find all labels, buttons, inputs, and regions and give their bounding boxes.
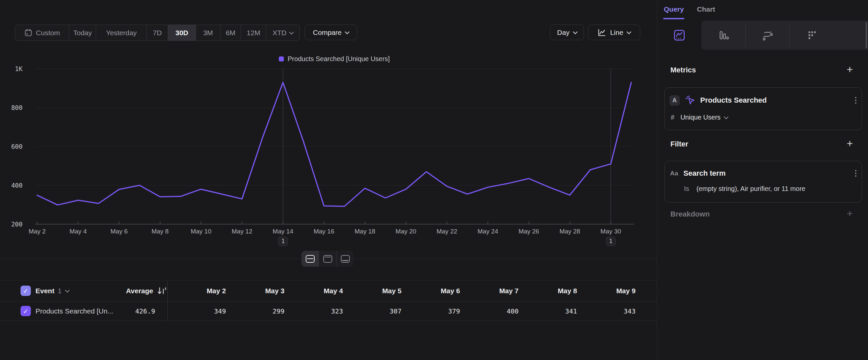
svg-text:1: 1 [281,238,284,244]
value-cell: 379 [402,302,460,321]
svg-text:May 8: May 8 [152,228,169,235]
row-average-value: 426.9 [83,302,155,321]
add-metric-button[interactable]: + [844,64,856,75]
filter-heading: Filter [671,140,688,148]
legend-label: Products Searched [Unique Users] [288,55,390,63]
column-header: May 5 [343,281,402,301]
chart-type-tab-bar[interactable] [701,21,745,50]
split-view-icon [306,255,315,263]
svg-text:May 30: May 30 [600,228,621,235]
column-header: May 6 [402,281,460,301]
add-filter-button[interactable]: + [844,138,856,149]
chart-type-tab-more[interactable] [789,21,834,50]
chevron-down-icon [289,30,294,34]
event-count: 1 [58,287,62,295]
filter-property-name: Search term [683,169,850,178]
svg-text:400: 400 [11,182,23,189]
chart-type-dropdown[interactable]: Line [588,25,640,40]
column-header: May 2 [167,281,226,301]
calendar-icon [24,29,32,37]
metric-name: Products Searched [700,96,850,105]
event-header[interactable]: Event 1 [35,281,69,301]
query-sidebar: Query Chart [657,0,868,360]
table-bottom-border [0,321,657,321]
column-header: May 3 [226,281,285,301]
metrics-heading: Metrics [671,66,696,74]
range-custom-button[interactable]: Custom [15,25,69,40]
filter-menu-button[interactable] [855,170,857,177]
svg-text:May 18: May 18 [355,228,375,235]
view-toggle [301,251,354,267]
chevron-down-icon [573,29,578,34]
range-today-button[interactable]: Today [69,25,96,40]
chevron-down-icon [345,29,349,34]
value-cell: 343 [577,302,636,321]
property-type-badge: Aa [670,170,678,177]
date-column-headers: May 2 May 3 May 4 May 5 May 6 May 7 May … [167,281,636,301]
range-12m-button[interactable]: 12M [241,25,266,40]
chevron-down-icon [627,29,631,34]
breakdown-heading: Breakdown [671,210,710,219]
table-only-button[interactable] [336,251,354,267]
sort-icon[interactable] [156,286,167,296]
compare-dropdown[interactable]: Compare [305,25,357,40]
chart-type-tab-flow[interactable] [745,21,789,50]
value-cell: 323 [284,302,343,321]
event-label: Event [35,287,54,295]
range-xtd-dropdown[interactable]: XTD [266,25,300,40]
svg-text:1K: 1K [15,65,23,73]
metric-card[interactable]: A Products Searched # Unique Users [664,87,862,130]
svg-text:600: 600 [11,143,23,150]
select-all-checkbox[interactable]: ✓ [21,286,31,296]
active-tab-underline [663,18,684,19]
range-7d-button[interactable]: 7D [147,25,168,40]
svg-text:800: 800 [11,104,23,111]
chart-only-button[interactable] [319,251,336,267]
range-yesterday-button[interactable]: Yesterday [96,25,147,40]
add-breakdown-button[interactable]: + [844,208,856,219]
column-header: May 7 [460,281,519,301]
chart-only-icon [323,255,332,263]
metric-letter-badge: A [670,95,680,106]
measure-dropdown[interactable]: Unique Users [680,114,728,121]
value-cell: 299 [226,302,285,321]
row-values: 349 299 323 307 379 400 341 343 [167,302,636,321]
tab-chart[interactable]: Chart [697,5,715,13]
flow-chart-icon [762,29,774,41]
granularity-dropdown[interactable]: Day [550,25,584,40]
date-range-group: Custom Today Yesterday 7D 30D 3M 6M 12M … [15,25,300,41]
tab-query[interactable]: Query [664,5,684,13]
filter-operator[interactable]: Is [684,185,689,193]
value-cell: 349 [167,302,226,321]
row-checkbox[interactable]: ✓ [21,306,31,316]
legend-swatch [279,56,284,61]
split-view-button[interactable] [301,251,319,267]
column-header: May 9 [577,281,636,301]
svg-text:200: 200 [11,221,23,228]
chart-legend[interactable]: Products Searched [Unique Users] [37,54,631,63]
dot-grid-icon [806,29,817,41]
line-chart[interactable]: 1K800600400200May 2May 4May 6May 8May 10… [0,63,657,252]
average-header: Average [83,281,153,301]
filter-value[interactable]: (empty string), Air purifier, or 11 more [696,185,806,193]
value-cell: 400 [460,302,519,321]
range-3m-button[interactable]: 3M [196,25,220,40]
table-only-icon [341,255,350,263]
chevron-down-icon [65,288,70,293]
column-header: May 4 [284,281,343,301]
filter-card[interactable]: Aa Search term Is (empty string), Air pu… [664,161,862,202]
range-30d-button[interactable]: 30D [168,25,196,40]
table-row[interactable]: ✓ Products Searched [Un... 426.9 349 299… [0,302,657,321]
range-6m-button[interactable]: 6M [220,25,241,40]
line-chart-icon [673,29,685,41]
main-panel: Custom Today Yesterday 7D 30D 3M 6M 12M … [0,0,657,360]
svg-text:May 6: May 6 [111,228,128,235]
metric-menu-button[interactable] [855,97,857,104]
event-pointer-icon [684,95,695,106]
chart-type-tab-line[interactable] [657,21,701,50]
chevron-down-icon [724,114,728,119]
sidebar-scrollbar[interactable] [866,22,867,49]
svg-text:May 14: May 14 [273,228,293,235]
bar-chart-icon [717,29,730,41]
svg-text:May 24: May 24 [477,228,498,235]
